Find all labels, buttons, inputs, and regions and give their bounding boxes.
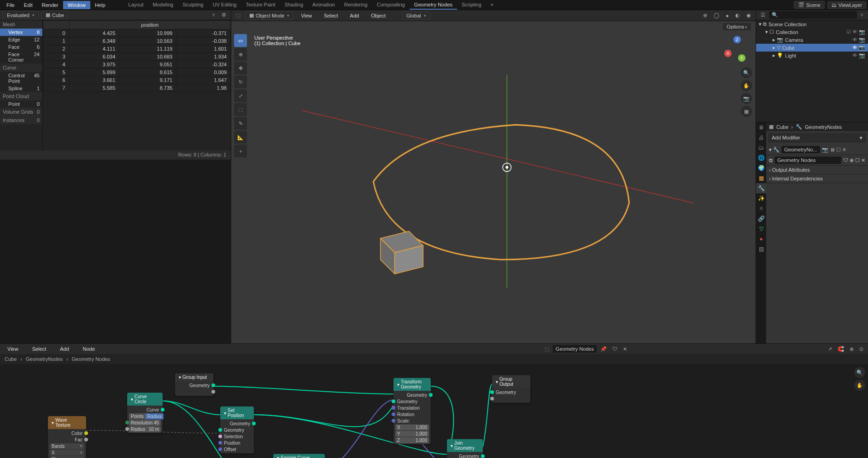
ne-menu-view[interactable]: View: [3, 345, 23, 353]
ne-arrow-icon[interactable]: ↗: [826, 345, 834, 353]
filter-icon[interactable]: ▿: [211, 11, 217, 19]
workspace-tab[interactable]: UV Editing: [208, 0, 241, 10]
prop-tab-constraint[interactable]: 🔗: [756, 214, 766, 224]
menu-file[interactable]: File: [2, 1, 19, 9]
node-transform-geometry[interactable]: ▾Transform Geometry Geometry Geometry Tr…: [393, 378, 431, 444]
viewport-3d[interactable]: Options User Perspective (1) Collection …: [231, 21, 756, 343]
menu-render[interactable]: Render: [37, 1, 63, 9]
cc-points[interactable]: Points: [129, 413, 146, 419]
workspace-tab[interactable]: Animation: [308, 0, 340, 10]
settings-icon[interactable]: ⚙: [220, 11, 228, 19]
prop-tab-modifier[interactable]: 🔧: [756, 183, 766, 193]
ne-menu-select[interactable]: Select: [28, 345, 51, 353]
workspace-tab[interactable]: Rendering: [340, 0, 372, 10]
vp-menu-object[interactable]: Object: [366, 12, 390, 20]
spreadsheet-table[interactable]: position 04.42510.999-0.371 16.34810.563…: [43, 20, 231, 151]
workspace-tab[interactable]: Modeling: [148, 0, 178, 10]
workspace-tab[interactable]: Compositing: [372, 0, 410, 10]
prop-tab-data[interactable]: ▽: [756, 224, 766, 234]
cc-radius[interactable]: Radius: [146, 413, 164, 419]
scene-selector[interactable]: 🎬 Scene: [794, 1, 825, 9]
modifier-panel[interactable]: ▾ 🔧GeometryNo... 📷 🖥 ☐ ✕: [766, 145, 868, 155]
persp-icon[interactable]: ▦: [741, 106, 752, 117]
table-row[interactable]: 04.42510.999-0.371: [43, 29, 231, 37]
node-group-input[interactable]: ▾Group Input Geometry: [175, 373, 213, 396]
spreadsheet-eval-dropdown[interactable]: Evaluated: [3, 11, 39, 19]
node-curve-circle[interactable]: ▾Curve Circle Curve PointsRadius Resolut…: [127, 393, 163, 433]
filter-icon[interactable]: ▿: [859, 11, 865, 19]
ne-pin-icon[interactable]: 📌: [598, 345, 609, 353]
ss-cat-curve[interactable]: Curve: [0, 64, 42, 72]
menu-help[interactable]: Help: [90, 1, 110, 9]
pan-icon[interactable]: ✋: [741, 80, 752, 91]
table-row[interactable]: 24.11111.1191.601: [43, 45, 231, 53]
table-row[interactable]: 16.34810.563-0.038: [43, 37, 231, 45]
outliner-type-icon[interactable]: ☰: [759, 11, 767, 19]
ss-cat-pc[interactable]: Point Cloud: [0, 92, 42, 100]
mode-dropdown[interactable]: ▦ Object Mode: [245, 11, 293, 20]
ss-item-cp[interactable]: Control Point45: [0, 72, 42, 85]
ne-group-name[interactable]: Geometry Nodes: [553, 345, 597, 353]
vp-menu-select[interactable]: Select: [319, 12, 343, 20]
prop-tab-viewlayer[interactable]: 🗂: [756, 143, 766, 153]
ss-item-point[interactable]: Point0: [0, 100, 42, 108]
bc-group[interactable]: Geometry Nodes: [72, 356, 110, 362]
nodegroup-selector[interactable]: ⧉Geometry Nodes🛡 ⊕ ☐ ✕: [766, 155, 868, 166]
prop-panel-deps[interactable]: › Internal Dependencies: [766, 174, 868, 183]
node-join-geometry[interactable]: ▾Join Geometry Geometry Geometry: [447, 439, 483, 458]
prop-panel-outputs[interactable]: › Output Attributes: [766, 166, 868, 174]
table-row[interactable]: 36.03410.6831.934: [43, 53, 231, 61]
shading-render-icon[interactable]: ◉: [745, 12, 753, 19]
node-sample-curve[interactable]: ▾Sample Curve Value Position Tangent Nor…: [273, 454, 325, 458]
ss-item-spline[interactable]: Spline1: [0, 85, 42, 92]
ss-item-vertex[interactable]: Vertex8: [0, 29, 42, 36]
ne-overlay1-icon[interactable]: ⊕: [848, 345, 856, 353]
spreadsheet-obj-dropdown[interactable]: ▦ Cube: [41, 11, 68, 19]
add-modifier-button[interactable]: Add Modifier▾: [768, 133, 866, 143]
prop-tab-texture[interactable]: ▨: [756, 244, 766, 254]
ne-zoom-icon[interactable]: 🔍: [854, 367, 865, 378]
prop-tab-world[interactable]: 🌍: [756, 163, 766, 173]
ss-cat-mesh[interactable]: Mesh: [0, 20, 42, 29]
table-row[interactable]: 43.9759.051-0.324: [43, 61, 231, 69]
node-group-output[interactable]: ▾Group Output Geometry: [492, 375, 530, 403]
table-row[interactable]: 75.5858.7351.98: [43, 84, 231, 92]
ss-item-face[interactable]: Face6: [0, 43, 42, 51]
ne-menu-node[interactable]: Node: [78, 345, 100, 353]
workspace-tab[interactable]: Layout: [124, 0, 148, 10]
node-wave-texture[interactable]: ▾Wave Texture Color Fac Bands X Sine Vec…: [48, 416, 86, 458]
mod-icons[interactable]: 📷 🖥 ☐ ✕: [822, 147, 846, 153]
ss-item-facecorner[interactable]: Face Corner24: [0, 51, 42, 64]
workspace-tab[interactable]: Scripting: [457, 0, 486, 10]
ss-cat-inst[interactable]: Instances0: [0, 116, 42, 124]
ne-close-icon[interactable]: ✕: [621, 345, 629, 353]
ne-overlay2-icon[interactable]: ⊙: [857, 345, 865, 353]
prop-tab-output[interactable]: 🖨: [756, 133, 766, 143]
workspace-tab[interactable]: Shading: [280, 0, 308, 10]
zoom-icon[interactable]: 🔍: [741, 67, 752, 78]
viewlayer-selector[interactable]: 🗂 ViewLayer: [827, 1, 866, 9]
outliner-collection[interactable]: ▾ ☐Collection☑👁📷: [756, 28, 868, 36]
menu-edit[interactable]: Edit: [19, 1, 37, 9]
prop-tab-object[interactable]: ▦: [756, 173, 766, 183]
workspace-tab[interactable]: Sculpting: [178, 0, 208, 10]
prop-tab-material[interactable]: ●: [756, 234, 766, 244]
node-canvas[interactable]: ▾Group Input Geometry ▾Group Output Geom…: [0, 364, 868, 458]
editor-type-icon[interactable]: ⬚: [234, 12, 242, 19]
ne-editor-icon[interactable]: ⬚: [543, 345, 551, 353]
outliner-search[interactable]: 🔍: [769, 11, 857, 19]
table-row[interactable]: 63.6619.1711.647: [43, 76, 231, 84]
ne-shield-icon[interactable]: 🛡: [610, 345, 619, 353]
modifier-name[interactable]: GeometryNo...: [781, 146, 820, 153]
orient-dropdown[interactable]: Global: [402, 12, 430, 20]
vp-menu-add[interactable]: Add: [346, 12, 364, 20]
workspace-tab[interactable]: Texture Paint: [241, 0, 280, 10]
ne-menu-add[interactable]: Add: [55, 345, 74, 353]
outliner-item-cube[interactable]: ▸ ▽Cube👁📷: [756, 44, 868, 52]
bc-obj[interactable]: Cube: [5, 356, 17, 362]
nav-gizmo[interactable]: ZXY: [723, 35, 751, 64]
node-set-position[interactable]: ▾Set Position Geometry Geometry Selectio…: [220, 406, 254, 453]
ne-pan-icon[interactable]: ✋: [854, 380, 865, 391]
workspace-tab[interactable]: Geometry Nodes: [410, 0, 457, 10]
vp-menu-view[interactable]: View: [296, 12, 317, 20]
